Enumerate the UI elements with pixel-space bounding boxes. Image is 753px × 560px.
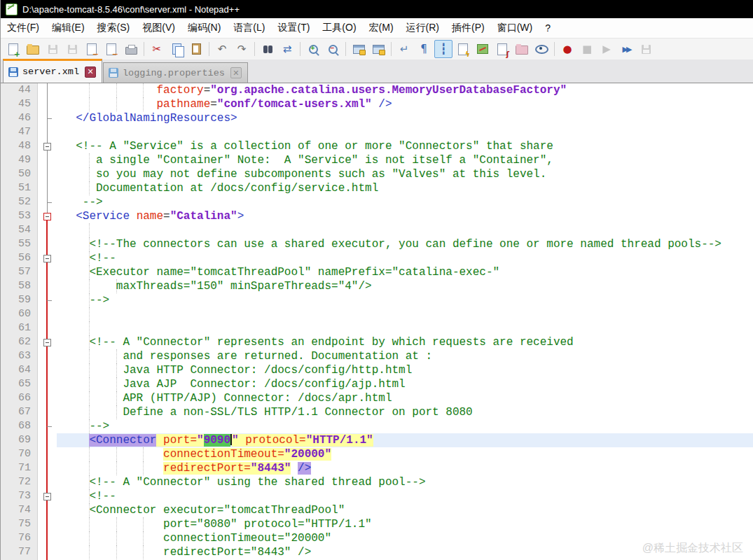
menu-item-1[interactable]: 编辑(E) — [46, 19, 91, 37]
toolbar-separator — [254, 42, 255, 56]
line-number: 76 — [1, 531, 37, 545]
menu-item-10[interactable]: 插件(P) — [445, 19, 491, 37]
code-line-65[interactable]: Java AJP Connector: /docs/config/ajp.htm… — [57, 377, 753, 391]
code-line-54[interactable] — [57, 223, 753, 237]
find-button[interactable] — [258, 40, 277, 58]
fold-collapse-box-line-73[interactable] — [43, 493, 51, 500]
tab-server.xml[interactable]: server.xml✕ — [3, 59, 102, 83]
line-number: 64 — [1, 363, 37, 377]
code-line-46[interactable]: </GlobalNamingResources> — [57, 111, 753, 125]
folder-as-workspace-button[interactable] — [513, 40, 531, 58]
line-number: 52 — [1, 195, 37, 209]
tab-close-icon[interactable]: ✕ — [85, 66, 96, 78]
fold-collapse-box-line-56[interactable] — [43, 255, 51, 262]
menu-item-0[interactable]: 文件(F) — [1, 19, 46, 37]
code-line-62[interactable]: <!-- A "Connector" represents an endpoin… — [57, 335, 753, 349]
menu-item-3[interactable]: 视图(V) — [136, 19, 181, 37]
close-button[interactable]: − — [83, 40, 101, 58]
sync-horizontal-button[interactable] — [369, 40, 387, 58]
fold-margin[interactable] — [38, 83, 57, 560]
code-line-51[interactable]: Documentation at /docs/config/service.ht… — [57, 181, 753, 195]
watermark: @稀土掘金技术社区 — [642, 541, 743, 556]
tab-close-icon[interactable]: ✕ — [230, 67, 242, 78]
code-line-75[interactable]: port="8080" protocol="HTTP/1.1" — [57, 517, 753, 531]
sync-vertical-button[interactable] — [350, 40, 368, 58]
code-line-70[interactable]: connectionTimeout="20000" — [57, 447, 753, 461]
fold-end-tick — [47, 300, 52, 301]
code-line-74[interactable]: <Connector executor="tomcatThreadPool" — [57, 503, 753, 517]
line-number: 49 — [1, 153, 37, 167]
notepad-plus-plus-icon — [6, 4, 18, 15]
zoom-in-button[interactable]: + — [304, 40, 322, 58]
code-area[interactable]: factory="org.apache.catalina.users.Memor… — [57, 83, 753, 559]
redo-button[interactable]: ↷ — [233, 40, 251, 58]
code-line-72[interactable]: <!-- A "Connector" using the shared thre… — [57, 475, 753, 489]
code-line-52[interactable]: --> — [57, 195, 753, 209]
code-line-53[interactable]: <Service name="Catalina"> — [57, 209, 753, 223]
function-list-button[interactable]: ϟ — [454, 40, 472, 58]
monitoring-eye-button[interactable] — [532, 40, 551, 58]
code-line-61[interactable] — [57, 321, 753, 335]
show-all-characters-button[interactable]: ¶ — [415, 40, 433, 58]
code-line-55[interactable]: <!--The connectors can use a shared exec… — [57, 237, 753, 251]
menu-item-6[interactable]: 设置(T) — [271, 19, 316, 37]
fold-collapse-box-line-62[interactable] — [43, 339, 51, 346]
code-line-63[interactable]: and responses are returned. Documentatio… — [57, 349, 753, 363]
line-number: 59 — [1, 293, 37, 307]
menu-item-8[interactable]: 宏(M) — [363, 19, 400, 37]
menu-item-2[interactable]: 搜索(S) — [91, 19, 137, 37]
undo-button[interactable]: ↶ — [213, 40, 231, 58]
menu-item-4[interactable]: 编码(N) — [181, 19, 227, 37]
macro-record-button[interactable]: ● — [558, 40, 576, 58]
menu-item-11[interactable]: 窗口(W) — [491, 19, 539, 37]
copy-button[interactable] — [167, 40, 186, 58]
word-wrap-button[interactable]: ↵ — [395, 40, 413, 58]
menu-item-9[interactable]: 运行(R) — [400, 19, 445, 37]
fold-collapse-box-line-53[interactable] — [43, 213, 51, 220]
document-list-button[interactable]: ʃ — [493, 40, 511, 58]
code-line-71[interactable]: redirectPort="8443" /> — [57, 461, 753, 475]
code-line-67[interactable]: Define a non-SSL/TLS HTTP/1.1 Connector … — [57, 405, 753, 419]
code-line-49[interactable]: a single "Container" Note: A "Service" i… — [57, 153, 753, 167]
paste-button[interactable] — [187, 40, 205, 58]
print-button[interactable] — [122, 40, 140, 58]
code-line-68[interactable]: --> — [57, 419, 753, 433]
close-all-button[interactable]: − — [102, 40, 120, 58]
fold-collapse-box-line-48[interactable] — [43, 143, 51, 150]
code-line-56[interactable]: <!-- — [57, 251, 753, 265]
tab-logging.properties[interactable]: logging.properties✕ — [103, 62, 248, 83]
line-number: 61 — [1, 321, 37, 335]
line-number: 57 — [1, 265, 37, 279]
code-line-69[interactable]: <Connector port="9090" protocol="HTTP/1.… — [57, 433, 753, 447]
code-line-50[interactable]: so you may not define subcomponents such… — [57, 167, 753, 181]
code-line-73[interactable]: <!-- — [57, 489, 753, 503]
macro-run-multiple-button[interactable]: ▶▶ — [617, 40, 635, 58]
indent-guide-button[interactable]: ┇ — [434, 40, 453, 58]
document-map-button[interactable] — [474, 40, 492, 58]
code-line-60[interactable] — [57, 307, 753, 321]
menu-item-5[interactable]: 语言(L) — [227, 19, 271, 37]
code-line-44[interactable]: factory="org.apache.catalina.users.Memor… — [57, 83, 753, 97]
line-number: 63 — [1, 349, 37, 363]
replace-button[interactable]: ⇄ — [278, 40, 296, 58]
toolbar-separator — [144, 42, 144, 56]
cut-button[interactable]: ✂ — [148, 40, 166, 58]
code-line-66[interactable]: APR (HTTP/AJP) Connector: /docs/apr.html — [57, 391, 753, 405]
code-line-59[interactable]: --> — [57, 293, 753, 307]
code-line-58[interactable]: maxThreads="150" minSpareThreads="4"/> — [57, 279, 753, 293]
code-line-64[interactable]: Java HTTP Connector: /docs/config/http.h… — [57, 363, 753, 377]
title-bar[interactable]: D:\apache-tomcat-8.5.46\conf\server.xml … — [1, 0, 753, 18]
toolbar-separator — [391, 42, 392, 56]
menu-item-12[interactable]: ? — [539, 20, 557, 36]
code-line-57[interactable]: <Executor name="tomcatThreadPool" namePr… — [57, 265, 753, 279]
new-file-button[interactable]: + — [4, 40, 22, 58]
code-line-48[interactable]: <!-- A "Service" is a collection of one … — [57, 139, 753, 153]
zoom-out-button[interactable]: − — [324, 40, 342, 58]
code-line-45[interactable]: pathname="conf/tomcat-users.xml" /> — [57, 97, 753, 111]
code-editor[interactable]: 4445464748495051525354555657585960616263… — [1, 83, 753, 560]
saved-floppy-icon — [8, 67, 18, 77]
tab-bar: server.xml✕logging.properties✕ — [1, 59, 753, 83]
code-line-47[interactable] — [57, 125, 753, 139]
open-file-button[interactable] — [24, 40, 42, 58]
menu-item-7[interactable]: 工具(O) — [316, 19, 362, 37]
